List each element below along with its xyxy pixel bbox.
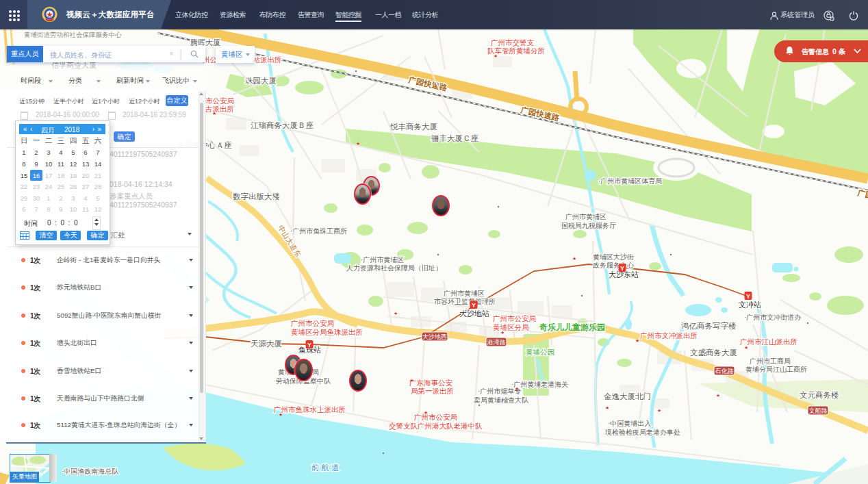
- svg-text:·中国黄埔出入: ·中国黄埔出入: [608, 420, 651, 427]
- svg-text:★: ★: [515, 386, 519, 391]
- svg-text:金逸大厦北门: 金逸大厦北门: [604, 392, 651, 400]
- svg-text:交警支队广州港大队老港中队: 交警支队广州港大队老港中队: [389, 422, 483, 430]
- svg-text:★: ★: [635, 338, 639, 343]
- svg-text:市容环卫监督管理所: 市容环卫监督管理所: [434, 298, 496, 305]
- svg-text:鸿亿商务写字楼: 鸿亿商务写字楼: [681, 322, 737, 330]
- svg-text:★: ★: [394, 311, 398, 316]
- svg-text:Y: Y: [746, 293, 750, 300]
- svg-text:★: ★: [605, 405, 609, 410]
- svg-text:广州市公安局: 广州市公安局: [291, 319, 334, 327]
- svg-text:卖局黄埔稽查大队: 卖局黄埔稽查大队: [474, 396, 529, 404]
- svg-text:★: ★: [657, 408, 661, 413]
- svg-text:石化路: 石化路: [715, 368, 734, 374]
- svg-text:广州市黄埔区: 广州市黄埔区: [444, 290, 485, 297]
- svg-text:局第一派出所: 局第一派出所: [411, 387, 454, 395]
- svg-text:★: ★: [500, 330, 505, 335]
- svg-text:吉派出所: 吉派出所: [205, 105, 234, 113]
- svg-text:★: ★: [716, 393, 720, 398]
- svg-text:·广州市文冲街道办: ·广州市文冲街道办: [744, 314, 802, 321]
- svg-text:Y: Y: [472, 302, 476, 309]
- svg-text:广东海事公安: 广东海事公安: [409, 379, 453, 387]
- svg-text:人力资源和社会保障局（旧址）: 人力资源和社会保障局（旧址）: [346, 264, 442, 272]
- svg-text:广州市文冲派出所: 广州市文冲派出所: [640, 331, 698, 340]
- svg-text:大沙地西: 大沙地西: [422, 333, 447, 340]
- svg-text:港湾路: 港湾路: [487, 339, 506, 346]
- svg-text:·广州市黄埔区体育局: ·广州市黄埔区体育局: [598, 177, 662, 185]
- svg-text:黄埔区分局: 黄埔区分局: [493, 323, 529, 331]
- svg-text:黄埔区分局鱼珠派出所: 黄埔区分局鱼珠派出所: [291, 328, 363, 336]
- svg-text:广州市公安局: 广州市公安局: [493, 314, 536, 322]
- svg-text:政务服务中心: 政务服务中心: [593, 262, 635, 269]
- svg-text:Y: Y: [620, 265, 624, 272]
- svg-text:广州市交警支: 广州市交警支: [491, 38, 535, 47]
- svg-text:Y: Y: [307, 342, 311, 348]
- svg-text:文元商务楼: 文元商务楼: [800, 391, 839, 399]
- svg-text:天源大厦: 天源大厦: [251, 340, 282, 348]
- svg-text:黄埔分局江山工商所: 黄埔分局江山工商所: [745, 366, 807, 373]
- svg-text:★: ★: [356, 141, 360, 146]
- svg-text:·广州市黄埔区: ·广州市黄埔区: [361, 256, 404, 264]
- svg-text:广州市工商局: 广州市工商局: [750, 357, 791, 365]
- svg-text:黄埔街道劳动和社会保障服务中心: 黄埔街道劳动和社会保障服务中心: [24, 31, 122, 38]
- svg-text:广州市黄埔区: 广州市黄埔区: [565, 213, 607, 220]
- svg-text:黄埔公园: 黄埔公园: [526, 348, 554, 356]
- svg-text:前航道: 前航道: [311, 463, 342, 472]
- svg-text:★: ★: [279, 412, 283, 417]
- svg-text:境检验检疫局老港办事处: 境检验检疫局老港办事处: [604, 429, 680, 436]
- svg-text:广州市公安局: 广州市公安局: [414, 413, 457, 421]
- svg-text:文冲站: 文冲站: [739, 301, 761, 309]
- svg-text:·中国渔政南海总队: ·中国渔政南海总队: [62, 468, 119, 475]
- svg-text:骊丰大厦Ｃ座: 骊丰大厦Ｃ座: [431, 134, 479, 142]
- svg-text:文船路: 文船路: [809, 407, 828, 414]
- svg-text:文盛商务大厦: 文盛商务大厦: [690, 348, 737, 357]
- svg-text:悦丰商务大厦: 悦丰商务大厦: [390, 123, 437, 131]
- svg-text:广州市江山派出所: 广州市江山派出所: [740, 337, 797, 346]
- svg-text:市公安局: 市公安局: [205, 97, 234, 105]
- svg-text:·广州市鱼珠工商所: ·广州市鱼珠工商所: [290, 227, 347, 235]
- svg-text:★: ★: [212, 111, 216, 116]
- svg-text:黄埔区大沙街: 黄埔区大沙街: [593, 253, 634, 261]
- svg-text:★: ★: [409, 378, 413, 383]
- svg-text:国税局九税服务厅: 国税局九税服务厅: [561, 222, 616, 229]
- svg-text:大沙地站: 大沙地站: [459, 309, 489, 318]
- svg-text:广州市鱼珠水上派出所: 广州市鱼珠水上派出所: [274, 405, 346, 413]
- svg-text:★: ★: [572, 256, 576, 261]
- svg-text:奇乐儿儿童游乐园: 奇乐儿儿童游乐园: [539, 322, 605, 332]
- svg-text:江瑞商务大厦Ｂ座: 江瑞商务大厦Ｂ座: [251, 121, 314, 129]
- svg-text:★: ★: [744, 345, 748, 350]
- svg-text:★: ★: [424, 410, 428, 415]
- svg-text:★: ★: [494, 53, 498, 58]
